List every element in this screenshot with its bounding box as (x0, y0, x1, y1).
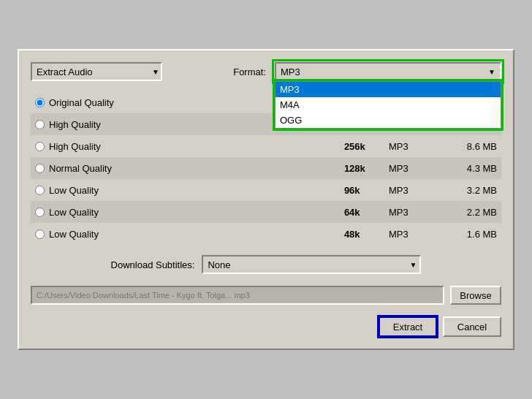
format-label: Format: (233, 66, 266, 77)
browse-button[interactable]: Browse (450, 286, 501, 305)
format-option-m4a[interactable]: M4A (276, 97, 501, 113)
bottom-buttons: Extract Cancel (31, 316, 501, 337)
size-value: 1.6 MB (443, 223, 501, 245)
quality-label[interactable]: Normal Quality (35, 163, 335, 174)
format-option-ogg[interactable]: OGG (276, 113, 501, 128)
format-option-mp3[interactable]: MP3 (276, 82, 501, 97)
format-value: MP3 (384, 157, 443, 179)
path-row: Browse (31, 286, 501, 305)
quality-radio[interactable] (35, 98, 45, 107)
format-dropdown-arrow: ▼ (488, 68, 495, 76)
format-value: MP3 (384, 135, 443, 157)
dialog: Extract Audio Format: MP3 ▼ MP3 M4A OGG … (18, 49, 514, 350)
quality-radio[interactable] (35, 142, 45, 151)
quality-radio-cell[interactable]: Low Quality (31, 223, 340, 245)
format-value: MP3 (384, 223, 443, 245)
table-row: Low Quality96kMP33.2 MB (31, 179, 501, 201)
quality-radio-cell[interactable]: High Quality (31, 135, 340, 157)
format-select-display[interactable]: MP3 ▼ (275, 62, 501, 81)
quality-name: Original Quality (49, 97, 114, 108)
quality-name: High Quality (49, 119, 101, 130)
quality-name: Low Quality (49, 185, 99, 196)
size-value: 4.3 MB (443, 157, 501, 179)
bitrate-value: 64k (340, 201, 384, 223)
bitrate-value: 128k (340, 157, 384, 179)
bitrate-value: 96k (340, 179, 384, 201)
quality-name: Low Quality (49, 207, 99, 218)
quality-radio[interactable] (35, 120, 45, 129)
size-value: 2.2 MB (443, 201, 501, 223)
quality-name: Low Quality (49, 229, 99, 240)
table-row: Low Quality48kMP31.6 MB (31, 223, 501, 245)
subtitle-label: Download Subtitles: (111, 259, 195, 270)
path-input[interactable] (31, 286, 444, 305)
quality-label[interactable]: Low Quality (35, 185, 335, 196)
extract-button[interactable]: Extract (379, 316, 437, 337)
format-dropdown-menu: MP3 M4A OGG (275, 81, 501, 129)
quality-label[interactable]: Low Quality (35, 229, 335, 240)
size-value: 3.2 MB (443, 179, 501, 201)
extract-audio-select[interactable]: Extract Audio (31, 62, 162, 81)
subtitle-select-wrapper[interactable]: None (202, 255, 421, 274)
quality-radio[interactable] (35, 164, 45, 173)
format-selected-value: MP3 (281, 66, 300, 77)
format-value: MP3 (384, 201, 443, 223)
extract-audio-wrapper[interactable]: Extract Audio (31, 62, 162, 81)
table-row: Normal Quality128kMP34.3 MB (31, 157, 501, 179)
format-value: MP3 (384, 179, 443, 201)
bitrate-value: 48k (340, 223, 384, 245)
quality-name: Normal Quality (49, 163, 112, 174)
quality-name: High Quality (49, 141, 101, 152)
quality-radio-cell[interactable]: Low Quality (31, 179, 340, 201)
quality-radio-cell[interactable]: Normal Quality (31, 157, 340, 179)
quality-radio-cell[interactable]: Low Quality (31, 201, 340, 223)
top-row: Extract Audio Format: MP3 ▼ MP3 M4A OGG (31, 62, 501, 81)
quality-label[interactable]: High Quality (35, 141, 335, 152)
cancel-button[interactable]: Cancel (443, 316, 501, 337)
quality-radio[interactable] (35, 186, 45, 195)
quality-radio[interactable] (35, 229, 45, 239)
quality-label[interactable]: Low Quality (35, 207, 335, 218)
format-dropdown-wrapper: MP3 ▼ MP3 M4A OGG (275, 62, 501, 81)
subtitle-select[interactable]: None (202, 255, 421, 274)
size-value: 8.6 MB (443, 135, 501, 157)
bitrate-value: 256k (340, 135, 384, 157)
quality-radio[interactable] (35, 208, 45, 217)
table-row: High Quality256kMP38.6 MB (31, 135, 501, 157)
table-row: Low Quality64kMP32.2 MB (31, 201, 501, 223)
subtitle-row: Download Subtitles: None (31, 255, 501, 274)
